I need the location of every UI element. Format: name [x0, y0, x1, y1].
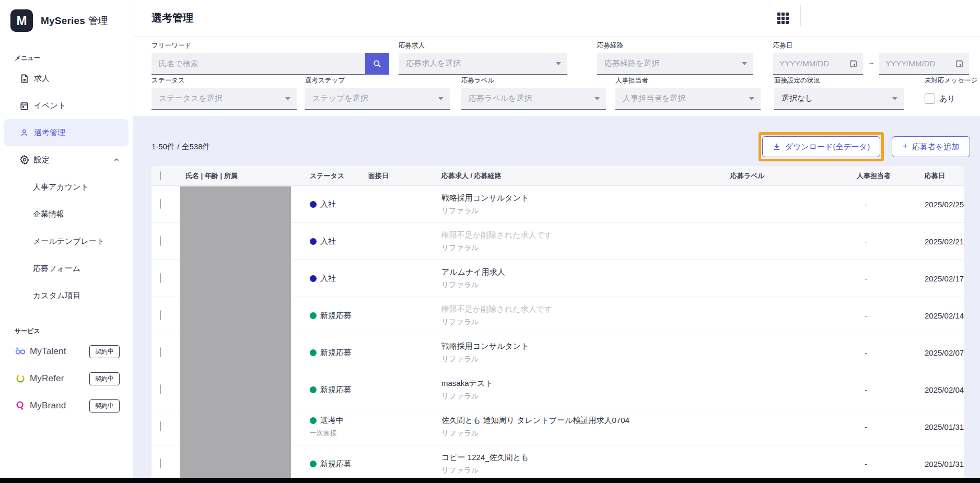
select-placeholder: 応募求人を選択 [406, 58, 461, 68]
col-header-job: 応募求人 / 応募経路 [441, 171, 730, 181]
job-title: 佐久間とも 通知周り タレントプール検証用求人0704 [441, 416, 730, 426]
contract-status-badge: 契約中 [89, 372, 120, 385]
service-mybrand[interactable]: MyBrand 契約中 [0, 392, 133, 419]
status-dot [310, 238, 317, 245]
service-name: MyTalent [30, 346, 66, 357]
sidebar-item-selection-management[interactable]: 選考管理 [4, 119, 129, 146]
sidebar-subitem-company-info[interactable]: 企業情報 [0, 201, 133, 228]
apply-date: 2025/02/21 [925, 237, 964, 246]
job-title: 権限不足か削除された求人です [441, 304, 730, 314]
filter-freeword: フリーワード [151, 41, 389, 75]
header-divider [800, 5, 801, 26]
download-all-button[interactable]: ダウンロード(全データ) [762, 136, 880, 157]
application-channel: リファラル [441, 206, 730, 216]
contract-status-badge: 契約中 [89, 399, 120, 413]
apply-date-from-input[interactable]: YYYY/MM/DD [773, 53, 863, 75]
date-range-separator: ~ [869, 59, 873, 68]
col-header-date: 応募日 [925, 171, 964, 181]
gear-icon [19, 155, 30, 166]
brand-name-suffix: 管理 [88, 15, 108, 26]
apps-grid-icon[interactable] [777, 13, 790, 25]
sidebar-subitem-application-form[interactable]: 応募フォーム [0, 255, 133, 282]
filter-application-channel: 応募経路 応募経路を選択 [597, 41, 753, 75]
plus-icon: + [903, 142, 908, 151]
caret-down-icon [594, 97, 600, 100]
sidebar-item-jobs[interactable]: 求人 [0, 65, 133, 92]
select-all-checkbox[interactable] [160, 171, 161, 180]
checkbox-label: あり [939, 94, 955, 104]
apply-date: 2025/02/04 [925, 385, 964, 394]
status-text: 入社 [320, 274, 336, 284]
sidebar-subitem-mail-templates[interactable]: メールテンプレート [0, 228, 133, 255]
application-channel-select[interactable]: 応募経路を選択 [597, 53, 753, 75]
service-mytalent[interactable]: MyTalent 契約中 [0, 338, 133, 365]
page-header: 選考管理 [133, 0, 980, 37]
row-checkbox[interactable] [160, 458, 161, 468]
hr-assignee: - [857, 385, 925, 394]
hr-assignee: - [857, 460, 925, 468]
interview-setting-select[interactable]: 選択なし [774, 88, 904, 110]
download-highlight-annotation: ダウンロード(全データ) [759, 132, 884, 161]
filter-application-label: 応募ラベル 応募ラベルを選択 [461, 76, 606, 110]
hr-assignee: - [857, 422, 925, 431]
status-dot [310, 312, 317, 319]
filter-label: 応募経路 [597, 41, 753, 50]
filter-label: 応募日 [773, 41, 969, 50]
apply-date: 2025/01/31 [925, 422, 964, 431]
sidebar-item-events[interactable]: イベント [0, 92, 133, 119]
status-text: 新規応募 [320, 311, 352, 321]
status-text: 新規応募 [320, 459, 352, 469]
row-checkbox[interactable] [160, 199, 161, 209]
service-name: MyBrand [30, 400, 66, 411]
select-placeholder: ステップを選択 [312, 93, 368, 103]
col-header-label: 応募ラベル [730, 171, 857, 181]
apply-date: 2025/02/14 [925, 311, 964, 320]
brand-monogram-icon: M [10, 9, 33, 32]
apply-date-to-input[interactable]: YYYY/MM/DD [879, 53, 969, 75]
filter-label: 選考ステップ [305, 76, 450, 85]
mytalent-logo-icon [15, 346, 26, 357]
row-checkbox[interactable] [160, 384, 161, 394]
service-myrefer[interactable]: MyRefer 契約中 [0, 365, 133, 392]
mybrand-logo-icon [15, 400, 26, 411]
status-select[interactable]: ステータスを選択 [151, 88, 297, 110]
add-applicant-button[interactable]: + 応募者を追加 [892, 136, 970, 157]
contract-status-badge: 契約中 [89, 345, 120, 358]
sidebar-item-settings[interactable]: 設定 [0, 146, 133, 173]
select-value: 選択なし [781, 93, 813, 103]
row-checkbox[interactable] [160, 310, 161, 320]
unread-message-checkbox[interactable] [925, 93, 935, 104]
hr-assignee-select[interactable]: 人事担当者を選択 [615, 88, 761, 110]
applicants-table: 氏名 | 年齢 | 所属 ステータス 面接日 応募求人 / 応募経路 応募ラベル… [151, 166, 964, 482]
service-name: MyRefer [30, 373, 64, 384]
row-checkbox[interactable] [160, 347, 161, 357]
row-checkbox[interactable] [160, 236, 161, 246]
caret-down-icon [742, 62, 747, 65]
sidebar-subitem-custom-fields[interactable]: カスタム項目 [0, 282, 133, 309]
col-header-interview-date: 面接日 [368, 171, 441, 181]
search-icon [372, 59, 382, 68]
select-placeholder: 人事担当者を選択 [623, 93, 685, 103]
status-text: 新規応募 [320, 385, 352, 395]
col-header-status: ステータス [310, 171, 368, 181]
application-label-select[interactable]: 応募ラベルを選択 [461, 88, 606, 110]
selection-step-select[interactable]: ステップを選択 [305, 88, 450, 110]
applied-job-select[interactable]: 応募求人を選択 [399, 53, 567, 75]
brand-logo[interactable]: M MySeries 管理 [0, 0, 133, 32]
calendar-icon [849, 59, 858, 68]
filter-label: 応募ラベル [461, 76, 606, 85]
status-dot [310, 417, 317, 424]
date-placeholder: YYYY/MM/DD [885, 59, 935, 68]
brand-name: MySeries 管理 [41, 14, 108, 28]
search-button[interactable] [365, 53, 389, 75]
search-input[interactable] [151, 53, 365, 75]
job-title: masakaテスト [441, 379, 730, 388]
row-checkbox[interactable] [160, 273, 161, 283]
sidebar-subitem-hr-accounts[interactable]: 人事アカウント [0, 173, 133, 201]
apply-date: 2025/02/25 [925, 200, 964, 209]
application-channel: リファラル [441, 466, 730, 475]
chevron-up-icon [113, 156, 120, 163]
hr-assignee: - [857, 237, 925, 246]
selection-step-text: 一次面接 [310, 428, 368, 438]
row-checkbox[interactable] [160, 421, 161, 431]
